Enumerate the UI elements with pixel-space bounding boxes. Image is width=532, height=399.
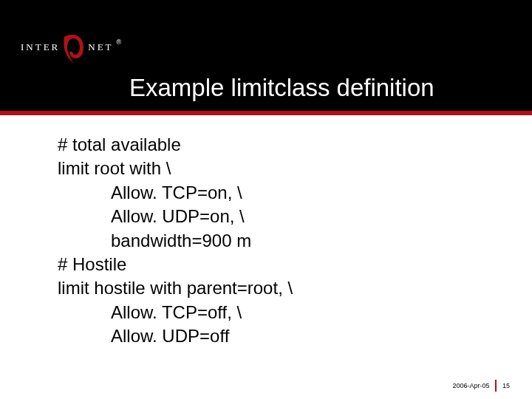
footer: 2006-Apr-05 15	[452, 380, 510, 392]
body-line: Allow. UDP=on, \	[58, 205, 293, 228]
logo-text-right: NET	[88, 37, 113, 53]
slide: INTER NET ® Example limitclass definitio…	[0, 0, 532, 399]
body-line: Allow. TCP=on, \	[58, 181, 293, 205]
body-line: limit root with \	[58, 158, 171, 178]
footer-page-number: 15	[502, 382, 510, 389]
body-line: # total available	[58, 134, 181, 154]
logo: INTER NET ®	[21, 37, 121, 69]
footer-date: 2006-Apr-05	[452, 382, 489, 389]
body-line: limit hostile with parent=root, \	[58, 278, 293, 298]
slide-title: Example limitclass definition	[129, 74, 434, 102]
body-line: # Hostile	[58, 254, 126, 274]
footer-separator	[495, 380, 497, 392]
logo-mark-icon	[61, 33, 86, 65]
slide-body: # total available limit root with \ Allo…	[58, 133, 293, 349]
accent-rule	[0, 111, 532, 115]
body-line: Allow. UDP=off	[58, 324, 293, 348]
logo-registered: ®	[117, 37, 122, 46]
body-line: bandwidth=900 m	[58, 229, 293, 253]
body-line: Allow. TCP=off, \	[58, 301, 293, 324]
logo-text-left: INTER	[21, 37, 60, 53]
